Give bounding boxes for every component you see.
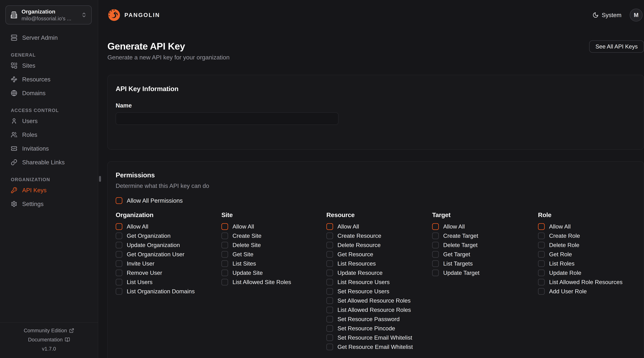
checkbox-role-add-user-role[interactable] [538, 288, 545, 295]
name-input[interactable] [116, 112, 338, 125]
permission-label[interactable]: Allow All [127, 223, 148, 230]
checkbox-resource-get-resource-email-whitelist[interactable] [326, 344, 333, 350]
permission-label[interactable]: List Resources [338, 260, 376, 267]
checkbox-role-list-allowed-role-resources[interactable] [538, 279, 545, 285]
checkbox-role-list-roles[interactable] [538, 260, 545, 267]
permission-label[interactable]: Create Role [549, 232, 580, 239]
permission-label[interactable]: List Sites [232, 260, 256, 267]
permission-label[interactable]: Invite User [127, 260, 154, 267]
checkbox-resource-set-resource-users[interactable] [326, 288, 333, 295]
permission-label[interactable]: List Allowed Role Resources [549, 279, 622, 285]
checkbox-resource-delete-resource[interactable] [326, 242, 333, 248]
permission-label[interactable]: List Organization Domains [127, 288, 195, 295]
sidebar-item-domains[interactable]: Domains [0, 86, 98, 100]
checkbox-organization-remove-user[interactable] [116, 270, 122, 276]
checkbox-resource-set-resource-password[interactable] [326, 316, 333, 323]
permission-label[interactable]: Set Resource Pincode [338, 325, 395, 332]
checkbox-resource-set-allowed-resource-roles[interactable] [326, 297, 333, 304]
permission-label[interactable]: Update Site [232, 270, 263, 276]
permission-label[interactable]: Get Role [549, 251, 572, 258]
checkbox-role-update-role[interactable] [538, 270, 545, 276]
permission-label[interactable]: Update Target [443, 270, 480, 276]
sidebar-item-resources[interactable]: Resources [0, 72, 98, 86]
checkbox-target-update-target[interactable] [432, 270, 439, 276]
checkbox-role-delete-role[interactable] [538, 242, 545, 248]
permission-label[interactable]: Set Resource Users [338, 288, 389, 295]
checkbox-site-list-sites[interactable] [222, 260, 228, 267]
checkbox-role-get-role[interactable] [538, 251, 545, 258]
checkbox-resource-list-allowed-resource-roles[interactable] [326, 307, 333, 313]
checkbox-site-list-allowed-site-roles[interactable] [222, 279, 228, 285]
sidebar-item-server-admin[interactable]: Server Admin [0, 31, 98, 44]
checkbox-resource-update-resource[interactable] [326, 270, 333, 276]
permission-label[interactable]: Allow All [232, 223, 254, 230]
allow-all-permissions-label[interactable]: Allow All Permissions [127, 197, 183, 204]
permission-label[interactable]: List Resource Users [338, 279, 390, 285]
checkbox-role-allow-all[interactable] [538, 223, 545, 230]
permission-label[interactable]: List Users [127, 279, 152, 285]
checkbox-site-allow-all[interactable] [222, 223, 228, 230]
permission-label[interactable]: Add User Role [549, 288, 587, 295]
permission-label[interactable]: Create Target [443, 232, 478, 239]
sidebar-item-shareable-links[interactable]: Shareable Links [0, 155, 98, 169]
permission-label[interactable]: Get Resource Email Whitelist [338, 344, 413, 350]
checkbox-target-delete-target[interactable] [432, 242, 439, 248]
permission-label[interactable]: Delete Site [232, 242, 261, 248]
checkbox-resource-set-resource-email-whitelist[interactable] [326, 334, 333, 341]
checkbox-role-create-role[interactable] [538, 232, 545, 239]
permission-label[interactable]: Get Target [443, 251, 470, 258]
checkbox-site-delete-site[interactable] [222, 242, 228, 248]
permission-label[interactable]: Delete Resource [338, 242, 380, 248]
checkbox-allow-all-permissions[interactable] [116, 197, 122, 204]
permission-label[interactable]: Delete Target [443, 242, 478, 248]
checkbox-site-create-site[interactable] [222, 232, 228, 239]
checkbox-site-get-site[interactable] [222, 251, 228, 258]
sidebar-item-roles[interactable]: Roles [0, 128, 98, 142]
permission-label[interactable]: Update Role [549, 270, 581, 276]
permission-label[interactable]: Set Allowed Resource Roles [338, 297, 410, 304]
permission-label[interactable]: List Targets [443, 260, 473, 267]
checkbox-organization-get-organization-user[interactable] [116, 251, 122, 258]
permission-label[interactable]: List Allowed Resource Roles [338, 307, 411, 313]
permission-label[interactable]: Get Organization [127, 232, 170, 239]
sidebar-item-api-keys[interactable]: API Keys [0, 183, 98, 197]
checkbox-target-allow-all[interactable] [432, 223, 439, 230]
permission-label[interactable]: Remove User [127, 270, 162, 276]
sidebar-item-invitations[interactable]: Invitations [0, 142, 98, 155]
permission-label[interactable]: Get Organization User [127, 251, 184, 258]
permission-label[interactable]: Create Site [232, 232, 262, 239]
sidebar-item-sites[interactable]: Sites [0, 59, 98, 72]
checkbox-target-create-target[interactable] [432, 232, 439, 239]
documentation-link[interactable]: Documentation [28, 337, 70, 343]
checkbox-resource-list-resources[interactable] [326, 260, 333, 267]
checkbox-target-get-target[interactable] [432, 251, 439, 258]
checkbox-organization-list-organization-domains[interactable] [116, 288, 122, 295]
permission-label[interactable]: Update Organization [127, 242, 180, 248]
checkbox-resource-create-resource[interactable] [326, 232, 333, 239]
sidebar-item-users[interactable]: Users [0, 114, 98, 128]
permission-label[interactable]: Delete Role [549, 242, 579, 248]
checkbox-resource-get-resource[interactable] [326, 251, 333, 258]
permission-label[interactable]: Get Site [232, 251, 254, 258]
org-switcher[interactable]: Organization milo@fossorial.io's ... [6, 5, 92, 24]
permission-label[interactable]: Create Resource [338, 232, 381, 239]
checkbox-organization-list-users[interactable] [116, 279, 122, 285]
checkbox-site-update-site[interactable] [222, 270, 228, 276]
checkbox-resource-set-resource-pincode[interactable] [326, 325, 333, 332]
permission-label[interactable]: Get Resource [338, 251, 373, 258]
permission-label[interactable]: Allow All [338, 223, 359, 230]
checkbox-organization-invite-user[interactable] [116, 260, 122, 267]
permission-label[interactable]: Set Resource Password [338, 316, 400, 323]
checkbox-organization-get-organization[interactable] [116, 232, 122, 239]
permission-label[interactable]: Allow All [443, 223, 465, 230]
see-all-api-keys-button[interactable]: See All API Keys [589, 40, 644, 53]
permission-label[interactable]: Update Resource [338, 270, 382, 276]
sidebar-item-settings[interactable]: Settings [0, 197, 98, 211]
checkbox-resource-list-resource-users[interactable] [326, 279, 333, 285]
permission-label[interactable]: Set Resource Email Whitelist [338, 334, 412, 341]
community-edition-link[interactable]: Community Edition [24, 328, 74, 334]
checkbox-organization-allow-all[interactable] [116, 223, 122, 230]
checkbox-target-list-targets[interactable] [432, 260, 439, 267]
permission-label[interactable]: List Roles [549, 260, 574, 267]
permission-label[interactable]: Allow All [549, 223, 571, 230]
